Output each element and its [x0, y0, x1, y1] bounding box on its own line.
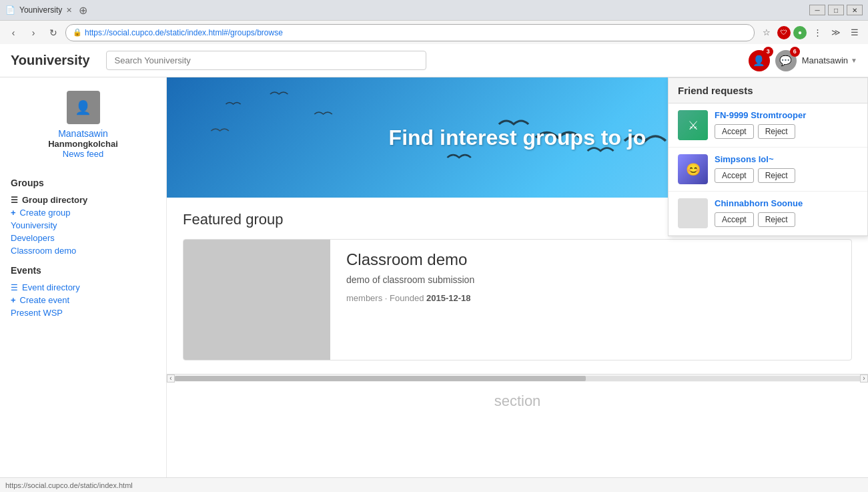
accept-button-simpsons[interactable]: Accept — [715, 168, 754, 183]
section-label: section — [167, 382, 868, 421]
scroll-thumb[interactable] — [175, 376, 586, 381]
friend-name-fn: FN-9999 Stromtrooper — [715, 110, 858, 120]
classroom-demo-link-label: Classroom demo — [11, 246, 76, 256]
bookmark-button[interactable]: ☆ — [759, 25, 775, 41]
friend-name-simpsons: Simpsons lol~ — [715, 154, 858, 164]
scroll-left-button[interactable]: ‹ — [167, 375, 175, 383]
status-url: https://social.cupco.de/static/index.htm… — [5, 481, 133, 489]
chevron-down-icon: ▼ — [851, 57, 857, 64]
url-display[interactable]: https://social.cupco.de/static/index.htm… — [85, 28, 283, 37]
list-icon-events: ☰ — [11, 283, 18, 292]
plus-icon: + — [11, 208, 16, 218]
sidebar-item-event-directory[interactable]: ☰ Event directory — [11, 281, 155, 294]
main-menu-button[interactable]: ☰ — [847, 25, 863, 41]
founded-date: 2015-12-18 — [426, 293, 471, 303]
friend-avatar-chinna — [678, 198, 708, 228]
sidebar-item-create-event[interactable]: + Create event — [11, 294, 155, 306]
group-desc: demo of classroom submission — [346, 274, 835, 285]
reject-button-chinna[interactable]: Reject — [758, 212, 795, 227]
group-directory-label: Group directory — [22, 195, 87, 205]
user-menu[interactable]: Manatsawin ▼ — [802, 55, 857, 65]
tab-title: Youniversity — [19, 5, 62, 15]
restore-button[interactable]: □ — [828, 5, 844, 15]
extensions-button[interactable]: ≫ — [828, 25, 844, 41]
group-card[interactable]: Classroom demo demo of classroom submiss… — [183, 239, 852, 360]
panel-title: Friend requests — [669, 78, 867, 103]
friend-avatar-simpsons: 😊 — [678, 154, 708, 184]
sidebar-item-present-wsp[interactable]: Present WSP — [11, 306, 155, 319]
news-feed-link[interactable]: News feed — [63, 149, 103, 159]
friend-request-item: 😊 Simpsons lol~ Accept Reject — [669, 148, 867, 192]
avatar: 👤 — [67, 91, 100, 124]
developers-link-label: Developers — [11, 233, 55, 243]
groups-section-title: Groups — [11, 178, 155, 188]
accept-button-fn[interactable]: Accept — [715, 124, 754, 139]
sidebar-item-group-directory[interactable]: ☰ Group directory — [11, 194, 155, 206]
notifications-button[interactable]: 👤 3 — [749, 50, 770, 71]
friend-name-chinna: Chinnabhorn Soonue — [715, 198, 858, 208]
friend-request-item: Chinnabhorn Soonue Accept Reject — [669, 192, 867, 236]
reload-button[interactable]: ↻ — [45, 25, 61, 41]
close-button[interactable]: ✕ — [847, 5, 863, 15]
create-group-label: Create group — [20, 208, 71, 218]
new-tab-button[interactable]: ⊕ — [79, 4, 87, 17]
youniversity-link-label: Youniversity — [11, 220, 57, 230]
user-name-link[interactable]: Manatsawin — [58, 128, 108, 139]
reject-button-fn[interactable]: Reject — [758, 124, 795, 139]
back-button[interactable]: ‹ — [5, 25, 21, 41]
founded-label: Founded — [390, 293, 424, 303]
members-label: members — [346, 293, 382, 303]
sidebar-item-classroom-demo[interactable]: Classroom demo — [11, 244, 155, 257]
accept-button-chinna[interactable]: Accept — [715, 212, 754, 227]
events-section-title: Events — [11, 265, 155, 276]
forward-button[interactable]: › — [25, 25, 41, 41]
ext-circle-icon[interactable]: ● — [793, 26, 807, 39]
sidebar-item-create-group[interactable]: + Create group — [11, 206, 155, 219]
event-directory-label: Event directory — [22, 282, 80, 292]
present-wsp-label: Present WSP — [11, 308, 63, 318]
friend-request-item: ⚔ FN-9999 Stromtrooper Accept Reject — [669, 103, 867, 148]
scroll-track[interactable] — [175, 376, 860, 381]
header-username: Manatsawin — [802, 55, 848, 65]
msg-badge: 6 — [790, 47, 800, 57]
friend-info-fn: FN-9999 Stromtrooper Accept Reject — [715, 110, 858, 139]
menu-dots-button[interactable]: ⋮ — [809, 25, 825, 41]
group-name: Classroom demo — [346, 250, 835, 269]
list-icon: ☰ — [11, 196, 18, 205]
sidebar-item-youniversity[interactable]: Youniversity — [11, 219, 155, 232]
horizontal-scrollbar[interactable]: ‹ › — [167, 374, 868, 382]
friend-info-simpsons: Simpsons lol~ Accept Reject — [715, 154, 858, 183]
main-content: Find interest groups to jo Featured grou… — [167, 77, 868, 477]
user-handle: Hanmongkolchai — [48, 139, 118, 149]
reject-button-simpsons[interactable]: Reject — [758, 168, 795, 183]
hero-text: Find interest groups to jo — [389, 126, 646, 150]
ext-shield-icon[interactable]: 🛡 — [777, 26, 791, 39]
notif-badge: 3 — [763, 47, 773, 57]
tab-close-icon[interactable]: ✕ — [66, 6, 72, 15]
friend-requests-panel: Friend requests ⚔ FN-9999 Stromtrooper A… — [668, 77, 868, 236]
scroll-right-button[interactable]: › — [860, 375, 868, 383]
minimize-button[interactable]: ─ — [809, 5, 825, 15]
app-logo: Youniversity — [11, 53, 90, 68]
group-meta: members · Founded 2015-12-18 — [346, 293, 835, 303]
messages-button[interactable]: 💬 6 — [775, 50, 797, 71]
create-event-label: Create event — [20, 295, 69, 305]
group-thumbnail — [183, 240, 330, 360]
search-input[interactable] — [106, 51, 426, 70]
friend-info-chinna: Chinnabhorn Soonue Accept Reject — [715, 198, 858, 227]
sidebar-item-developers[interactable]: Developers — [11, 232, 155, 244]
friend-avatar-fn: ⚔ — [678, 110, 708, 140]
plus-icon-event: + — [11, 295, 16, 305]
page-icon: 📄 — [5, 5, 15, 15]
lock-icon: 🔒 — [73, 28, 82, 37]
